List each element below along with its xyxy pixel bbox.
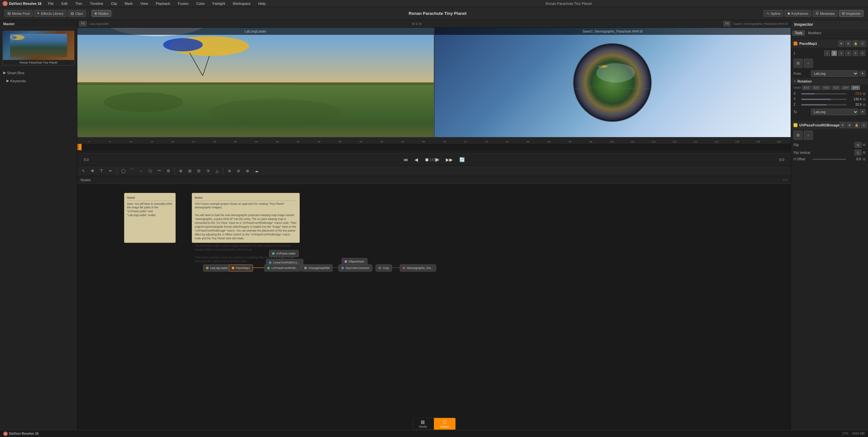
node-stereo[interactable]: Stereographic_Par... — [400, 264, 436, 271]
to-select[interactable]: LatLong — [811, 109, 858, 115]
tool-bezier[interactable]: ⌣ — [137, 167, 145, 174]
uvpass-settings-btn[interactable]: ⚙ — [840, 122, 845, 128]
menu-playback[interactable]: Playback — [154, 1, 172, 6]
param-z-keyframe[interactable] — [863, 104, 865, 106]
version-btn-5[interactable]: 5 — [852, 50, 858, 56]
spline-button[interactable]: ∿ Spline — [764, 10, 783, 17]
node-crop[interactable]: Crop — [375, 264, 392, 271]
node-uvpass-loader[interactable]: UVPassLoader — [269, 250, 299, 257]
smart-bins-header[interactable]: ▶ Smart Bins — [3, 70, 74, 75]
version-btn-4[interactable]: 4 — [845, 50, 851, 56]
loop-button[interactable]: 🔄 — [457, 156, 467, 164]
tab-tools[interactable]: Tools — [792, 30, 805, 36]
metadata-button[interactable]: ☰ Metadata — [812, 10, 838, 17]
tool-camera[interactable]: ⊗ — [244, 167, 251, 174]
uvpass-preview-btn[interactable]: ⊞ — [794, 130, 803, 140]
version-btn-2[interactable]: 2 — [831, 50, 837, 56]
tool-poly[interactable]: ⬠ — [147, 167, 154, 174]
effects-library-button[interactable]: ✦ Effects Library — [34, 10, 66, 17]
tool-text[interactable]: T — [98, 167, 105, 174]
uoffset-slider[interactable] — [812, 159, 846, 160]
tool-freehand[interactable]: 〜 — [156, 167, 163, 174]
skip-to-start-button[interactable]: ⏮ — [402, 156, 410, 164]
tool-paint[interactable]: ✏ — [107, 167, 114, 174]
panomap-expand-btn[interactable]: ⊡ — [860, 41, 865, 47]
step-back-button[interactable]: ◀ — [412, 156, 420, 164]
tool-shape[interactable]: △ — [213, 167, 220, 174]
menu-mark[interactable]: Mark — [123, 1, 134, 6]
tab-modifiers[interactable]: Modifiers — [805, 30, 824, 36]
order-zyx[interactable]: ZYX — [851, 85, 860, 90]
version-btn-1[interactable]: 1 — [824, 50, 830, 56]
uvpass-3d-btn[interactable]: ○ — [804, 130, 813, 140]
from-dropdown-btn[interactable]: ▼ — [860, 70, 865, 77]
version-btn-3[interactable]: 3 — [838, 50, 844, 56]
tool-transform[interactable]: ⊞ — [186, 167, 193, 174]
to-dropdown-btn[interactable]: ▼ — [860, 109, 865, 115]
inspector-button[interactable]: ⊞ Inspector — [839, 10, 864, 17]
uvpass-copy-btn[interactable]: ⊞ — [847, 122, 852, 128]
menu-trim[interactable]: Trim — [74, 1, 84, 6]
keywords-item[interactable]: ▶ Keywords — [0, 78, 77, 84]
node-ellipse[interactable]: EllipseMask — [342, 258, 367, 265]
node-skycolor[interactable]: SkyColorCorrector — [338, 264, 372, 271]
tab-media[interactable]: ▦ Media — [412, 418, 434, 430]
uvpass-expand-btn[interactable]: ⊡ — [861, 122, 867, 128]
tool-bspline[interactable]: ⌒ — [129, 167, 136, 174]
node-changedepth[interactable]: ChangeDepthBit — [301, 264, 333, 271]
tool-hand[interactable]: ✥ — [89, 167, 96, 174]
order-yxz[interactable]: YXZ — [822, 85, 831, 90]
nodes-options-btn[interactable]: ⋯ — [783, 177, 787, 182]
tool-crop[interactable]: ⊟ — [195, 167, 203, 174]
node-uvpassrgb[interactable]: UVPassFromRGBi... — [264, 264, 301, 271]
tool-paint2[interactable]: ☁ — [253, 167, 260, 174]
note1-card[interactable]: Note1 This Fusion example project shows … — [192, 193, 300, 243]
tool-merge[interactable]: ⊕ — [177, 167, 184, 174]
param-y-slider[interactable] — [801, 99, 847, 100]
clips-button[interactable]: ▤ Clips — [68, 10, 86, 17]
uoffset-keyframe[interactable] — [863, 158, 865, 161]
order-yzx[interactable]: YZX — [832, 85, 841, 90]
menu-workspace[interactable]: Workspace — [231, 1, 252, 6]
version-btn-6[interactable]: 6 — [860, 50, 865, 56]
order-zxy[interactable]: ZXY — [841, 85, 850, 90]
panomap-preview-btn[interactable]: ⊞ — [794, 59, 803, 68]
order-xyz[interactable]: XYZ — [802, 85, 811, 90]
tool-pointer[interactable]: ↖ — [80, 167, 87, 174]
note2-card[interactable]: Note2 Note: You will have to manually re… — [124, 193, 176, 243]
param-y-keyframe[interactable] — [863, 98, 865, 100]
timeline-bar[interactable] — [78, 144, 790, 150]
param-z-slider[interactable] — [801, 104, 847, 106]
menu-file[interactable]: File — [47, 1, 55, 6]
flip-keyframe[interactable] — [863, 144, 865, 146]
menu-fusion[interactable]: Fusion — [177, 1, 190, 6]
node-panomap1[interactable]: PanoMap1 — [229, 264, 253, 271]
tab-fusion[interactable]: ⬡ Fusion — [434, 418, 456, 430]
menu-help[interactable]: Help — [257, 1, 267, 6]
tool-tracker[interactable]: ⊛ — [226, 167, 233, 174]
from-select[interactable]: LatLong — [811, 70, 858, 77]
panomap-copy-btn[interactable]: ⊞ — [845, 41, 851, 47]
tool-magic-mask[interactable]: ⚙ — [165, 167, 172, 174]
rotation-section-header[interactable]: ▼ Rotation — [791, 78, 868, 85]
flip-button[interactable]: ⊟ — [855, 142, 862, 148]
flip-vertical-button[interactable]: ⊡ — [855, 150, 862, 155]
uvpass-lock-btn[interactable]: 🔒 — [854, 122, 860, 128]
tool-3d[interactable]: ③ — [204, 167, 211, 174]
menu-fairlight[interactable]: Fairlight — [211, 1, 226, 6]
panomap-settings-btn[interactable]: ⚙ — [838, 41, 844, 47]
nodes-button[interactable]: ◈ Nodes — [92, 10, 112, 17]
menu-view[interactable]: View — [139, 1, 150, 6]
media-pool-button[interactable]: ▤ Media Pool — [4, 10, 33, 17]
param-x-slider[interactable] — [801, 93, 847, 94]
tool-ellipse[interactable]: ◯ — [120, 167, 127, 174]
timeline-scrubber[interactable] — [79, 144, 82, 150]
panomap-lock-btn[interactable]: 🔒 — [852, 41, 858, 47]
order-xzy[interactable]: XZY — [812, 85, 821, 90]
media-pool-item[interactable]: Ronan Parachute Tiny Planet — [3, 31, 74, 65]
menu-clip[interactable]: Clip — [110, 1, 118, 6]
node-latlng[interactable]: LatLngLoader — [203, 264, 231, 271]
tool-planar[interactable]: ⊘ — [235, 167, 242, 174]
keyframes-button[interactable]: ◆ Keyframes — [784, 10, 811, 17]
step-forward-button[interactable]: ▶▶ — [444, 156, 455, 164]
